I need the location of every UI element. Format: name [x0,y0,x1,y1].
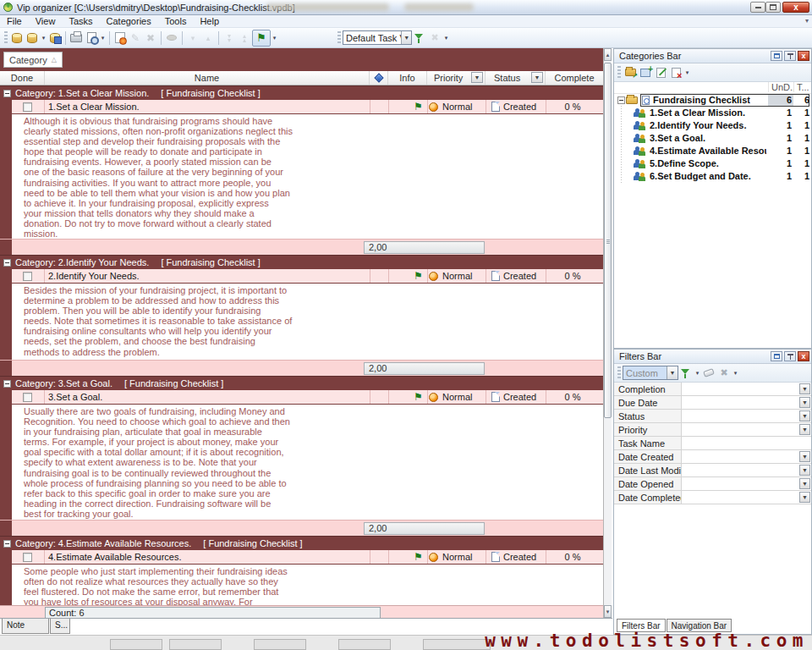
filter-value[interactable] [682,383,798,395]
column-undone[interactable]: UnD... [768,82,793,92]
filter-value[interactable] [682,396,798,409]
open-dropdown-icon[interactable]: ▾ [40,30,47,46]
column-name[interactable]: Name [45,71,370,85]
filter-dropdown-icon[interactable]: ▾ [694,366,701,381]
filter-dropdown-icon[interactable]: ▼ [799,424,810,435]
filter-value[interactable] [682,423,798,436]
tree-item[interactable]: 3.Set a Goal. 1 1 [614,132,811,145]
edit-task-button[interactable]: ✎ [128,30,143,46]
filter-dropdown-icon[interactable]: ▼ [799,410,810,421]
panel-restore-button[interactable] [771,351,782,361]
toolbar-grip[interactable] [337,31,341,45]
collapse-icon[interactable] [3,540,11,548]
status-filter-icon[interactable]: ▼ [531,72,543,83]
close-button[interactable]: x [782,2,809,13]
maximize-button[interactable] [765,2,781,13]
filter-value[interactable] [682,491,798,504]
filter-value[interactable] [682,450,798,463]
view-dropdown-icon[interactable]: ▾ [442,30,450,46]
collapse-icon[interactable] [3,259,11,267]
column-total[interactable]: T... [793,82,811,92]
done-checkbox[interactable] [23,553,32,562]
done-checkbox[interactable] [23,272,32,281]
move-down-button[interactable]: ▾ [185,30,200,46]
tab-subtasks[interactable]: S... [50,619,70,634]
combo-dropdown-icon[interactable]: ▼ [401,31,411,44]
group-header[interactable]: Category: 1.Set a Clear Mission.[ Fundra… [0,85,603,100]
move-up-button[interactable]: ▴ [200,30,216,46]
column-priority[interactable]: Priority ▼ [427,71,486,85]
notes-toggle-button[interactable]: ⚑ [252,30,271,47]
group-header[interactable]: Category: 2.Identify Your Needs.[ Fundra… [0,255,603,269]
filter-value[interactable] [682,410,798,422]
save-database-button[interactable] [47,30,63,46]
flag-dropdown-icon[interactable]: ▾ [271,30,278,46]
scroll-down-icon[interactable]: ▼ [604,605,612,618]
move-top-button[interactable]: ▴▴ [237,30,252,46]
done-checkbox[interactable] [23,102,32,112]
scroll-up-icon[interactable]: ▲ [604,48,612,61]
filter-value[interactable] [682,464,798,476]
menu-view[interactable]: View [29,16,63,26]
done-checkbox[interactable] [23,393,32,402]
print-button[interactable] [69,30,84,46]
collapse-icon[interactable] [3,90,11,97]
apply-filter-button[interactable] [678,366,694,380]
task-row[interactable]: 1.Set a Clear Mission. ⚑ Normal Created … [0,100,603,114]
tree-item[interactable]: 4.Estimate Available Resource 1 1 [614,145,811,157]
filter-dropdown-icon[interactable]: ▼ [799,451,810,462]
group-header[interactable]: Category: 3.Set a Goal.[ Fundraising Che… [0,376,603,390]
panel-restore-button[interactable] [771,51,782,61]
tree-item[interactable]: 1.Set a Clear Mission. 1 1 [614,107,811,119]
combo-dropdown-icon[interactable]: ▼ [667,366,678,379]
minimize-button[interactable] [750,2,765,13]
clear-filter-button[interactable] [701,366,716,380]
toolbar-grip[interactable] [617,66,621,80]
toolbar-grip[interactable] [617,366,621,380]
new-database-button[interactable] [9,30,25,46]
apply-view-button[interactable] [412,30,427,46]
menu-categories[interactable]: Categories [100,16,158,26]
tree-item[interactable]: 6.Set Budget and Date. 1 1 [614,170,811,183]
panel-pin-button[interactable] [784,51,796,61]
tab-note[interactable]: Note [2,619,49,634]
group-header[interactable]: Category: 4.Estimate Available Resources… [0,536,603,550]
tree-root-row[interactable]: Fundraising Checklist 6 6 [614,94,811,107]
filter-preset-combo[interactable]: Custom ▼ [623,366,678,380]
panel-pin-button[interactable] [784,351,796,361]
scrollbar-thumb[interactable] [604,63,612,418]
panel-close-button[interactable]: x [798,351,809,361]
menu-tools[interactable]: Tools [158,16,194,26]
group-by-category-button[interactable]: Category △ [3,52,63,68]
task-row[interactable]: 4.Estimate Available Resources. ⚑ Normal… [0,550,603,565]
collapse-icon[interactable] [3,380,11,388]
panel-close-button[interactable]: x [798,51,809,61]
filter-dropdown-icon[interactable]: ▼ [799,492,810,503]
add-category-button[interactable] [638,66,653,80]
task-view-combo[interactable]: Default Task V ▼ [343,30,412,45]
filter-dropdown-icon[interactable]: ▼ [799,397,810,408]
filter-dropdown-icon[interactable]: ▼ [799,465,810,476]
collapse-icon[interactable] [617,96,625,104]
menu-help[interactable]: Help [193,16,226,26]
column-info[interactable]: Info [388,71,427,85]
column-done[interactable]: Done [0,71,45,85]
filter-dropdown-icon[interactable]: ▼ [799,478,810,489]
task-row[interactable]: 2.Identify Your Needs. ⚑ Normal Created … [0,269,603,284]
toolbar-grip[interactable] [4,31,8,45]
delete-category-button[interactable] [668,66,683,80]
column-icon[interactable] [370,71,388,85]
menu-file[interactable]: File [0,16,29,26]
filter-value[interactable] [682,477,798,490]
new-task-button[interactable] [112,30,128,46]
filter-value[interactable] [682,437,811,449]
tree-item[interactable]: 2.Identify Your Needs. 1 1 [614,119,811,132]
remove-filter-button[interactable]: ✖ [716,366,732,380]
open-database-button[interactable] [25,30,40,46]
menu-tasks[interactable]: Tasks [62,16,99,26]
edit-category-button[interactable] [653,66,668,80]
delete-task-button[interactable]: ✖ [143,30,158,46]
menubar-overflow-icon[interactable]: ▾ [805,17,809,25]
tree-item[interactable]: 5.Define Scope. 1 1 [614,157,811,170]
task-row[interactable]: 3.Set a Goal. ⚑ Normal Created 0 % [0,390,603,405]
